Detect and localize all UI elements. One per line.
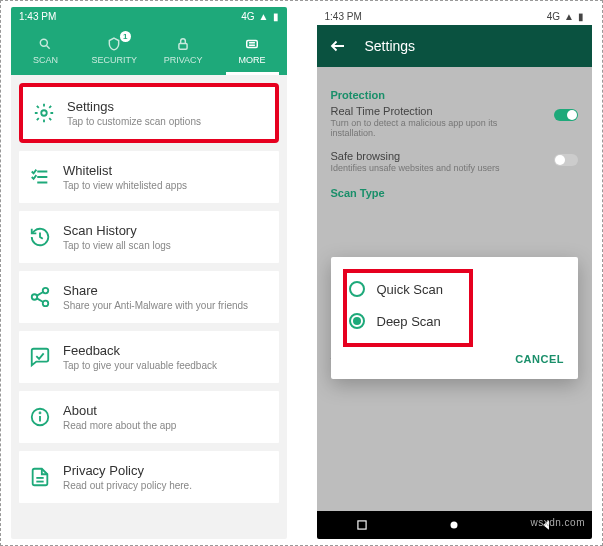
svg-rect-21 [358, 521, 366, 529]
info-icon [29, 406, 51, 428]
setting-sub: Identifies unsafe websites and notify us… [331, 163, 511, 173]
gear-icon [33, 102, 55, 124]
cancel-button[interactable]: CANCEL [515, 353, 564, 365]
list-item-title: Settings [67, 99, 265, 114]
svg-point-12 [43, 301, 49, 307]
feedback-icon [29, 346, 51, 368]
radio-icon [349, 313, 365, 329]
list-item-about[interactable]: About Read more about the app [19, 391, 279, 443]
signal-icon: ▲ [564, 11, 574, 22]
list-item-title: Whitelist [63, 163, 269, 178]
status-time: 1:43 PM [325, 11, 362, 22]
nav-home-icon[interactable] [447, 518, 461, 532]
document-icon [29, 466, 51, 488]
settings-header: Settings [317, 25, 593, 67]
radio-label: Deep Scan [377, 314, 441, 329]
share-icon [29, 286, 51, 308]
list-item-title: Share [63, 283, 269, 298]
right-phone: 1:43 PM 4G ▲ ▮ Settings Protection Real … [317, 7, 593, 539]
tab-privacy[interactable]: PRIVACY [149, 25, 218, 75]
list-item-settings[interactable]: Settings Tap to customize scan options [19, 83, 279, 143]
history-icon [29, 226, 51, 248]
radio-icon [349, 281, 365, 297]
watermark: wsxdn.com [530, 517, 585, 528]
list-item-title: Privacy Policy [63, 463, 269, 478]
list-check-icon [29, 166, 51, 188]
radio-quick-scan[interactable]: Quick Scan [345, 273, 565, 305]
tab-label: PRIVACY [164, 55, 203, 65]
list-item-title: Feedback [63, 343, 269, 358]
search-icon [37, 36, 53, 52]
svg-point-11 [32, 294, 38, 300]
status-icons: 4G ▲ ▮ [547, 11, 584, 22]
battery-icon: ▮ [578, 11, 584, 22]
list-item-history[interactable]: Scan History Tap to view all scan logs [19, 211, 279, 263]
network-label: 4G [547, 11, 560, 22]
list-item-sub: Tap to customize scan options [67, 116, 265, 127]
setting-sub: Turn on to detect a malicious app upon i… [331, 118, 511, 138]
radio-label: Quick Scan [377, 282, 443, 297]
status-time: 1:43 PM [19, 11, 56, 22]
svg-line-1 [47, 45, 50, 48]
tab-scan[interactable]: SCAN [11, 25, 80, 75]
svg-line-13 [37, 292, 43, 296]
svg-rect-2 [179, 43, 187, 49]
setting-label: Real Time Protection [331, 105, 579, 117]
scan-type-dialog: Quick Scan Deep Scan CANCEL [331, 257, 579, 379]
toggle-realtime[interactable] [554, 109, 578, 121]
list-item-share[interactable]: Share Share your Anti-Malware with your … [19, 271, 279, 323]
page-title: Settings [365, 38, 416, 54]
svg-point-22 [451, 522, 458, 529]
network-label: 4G [241, 11, 254, 22]
list-item-privacy-policy[interactable]: Privacy Policy Read out privacy policy h… [19, 451, 279, 503]
row-safe-browsing[interactable]: Safe browsing Identifies unsafe websites… [331, 150, 579, 173]
svg-point-17 [40, 412, 41, 413]
list-item-sub: Read more about the app [63, 420, 269, 431]
tab-label: SCAN [33, 55, 58, 65]
svg-point-0 [41, 39, 48, 46]
list-item-whitelist[interactable]: Whitelist Tap to view whitelisted apps [19, 151, 279, 203]
list-item-sub: Tap to give your valuable feedback [63, 360, 269, 371]
svg-rect-3 [247, 40, 258, 47]
more-list: Settings Tap to customize scan options W… [11, 75, 287, 511]
toggle-safebrowsing[interactable] [554, 154, 578, 166]
more-icon [244, 36, 260, 52]
svg-point-10 [43, 288, 49, 294]
list-item-feedback[interactable]: Feedback Tap to give your valuable feedb… [19, 331, 279, 383]
section-protection: Protection [331, 89, 579, 101]
list-item-title: Scan History [63, 223, 269, 238]
lock-icon [175, 36, 191, 52]
status-bar: 1:43 PM 4G ▲ ▮ [11, 7, 287, 25]
status-bar: 1:43 PM 4G ▲ ▮ [317, 7, 593, 25]
settings-body: Protection Real Time Protection Turn on … [317, 67, 593, 511]
setting-label: Safe browsing [331, 150, 579, 162]
status-icons: 4G ▲ ▮ [241, 11, 278, 22]
tabs-header: SCAN 1 SECURITY PRIVACY MORE [11, 25, 287, 75]
tab-label: SECURITY [92, 55, 138, 65]
back-icon[interactable] [329, 37, 347, 55]
list-item-sub: Tap to view whitelisted apps [63, 180, 269, 191]
svg-point-6 [41, 110, 47, 116]
row-realtime-protection[interactable]: Real Time Protection Turn on to detect a… [331, 105, 579, 138]
section-scantype: Scan Type [331, 187, 579, 199]
tab-security[interactable]: 1 SECURITY [80, 25, 149, 75]
svg-line-14 [37, 298, 43, 302]
list-item-sub: Tap to view all scan logs [63, 240, 269, 251]
left-phone: 1:43 PM 4G ▲ ▮ SCAN 1 SECURITY [11, 7, 287, 539]
security-badge: 1 [120, 31, 131, 42]
signal-icon: ▲ [259, 11, 269, 22]
tab-more[interactable]: MORE [218, 25, 287, 75]
list-item-title: About [63, 403, 269, 418]
radio-deep-scan[interactable]: Deep Scan [345, 305, 565, 337]
list-item-sub: Read out privacy policy here. [63, 480, 269, 491]
nav-recents-icon[interactable] [355, 518, 369, 532]
list-item-sub: Share your Anti-Malware with your friend… [63, 300, 269, 311]
battery-icon: ▮ [273, 11, 279, 22]
tab-label: MORE [239, 55, 266, 65]
